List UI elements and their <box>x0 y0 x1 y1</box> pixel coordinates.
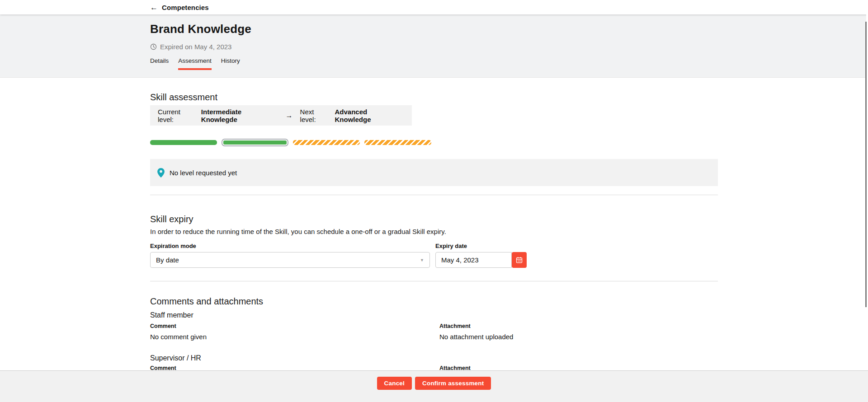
level-arrow-icon: → <box>286 112 293 120</box>
expiry-date-label: Expiry date <box>435 243 527 249</box>
expiration-mode-value: By date <box>156 256 179 264</box>
staff-attachment-value: No attachment uploaded <box>439 333 718 341</box>
current-level-summary: Current level: Intermediate Knowlegde → … <box>150 105 412 126</box>
tab-history[interactable]: History <box>221 57 240 70</box>
clock-icon <box>150 43 157 50</box>
expiration-mode-label: Expiration mode <box>150 243 430 249</box>
scrollbar-thumb[interactable] <box>865 22 867 307</box>
next-level-value: Advanced Knowledge <box>335 108 404 123</box>
skill-expiry-description: In order to reduce the running time of t… <box>150 228 718 235</box>
level-bar-current <box>222 139 288 146</box>
expired-status: Expired on May 4, 2023 <box>150 43 868 51</box>
back-label: Competencies <box>162 4 209 11</box>
section-divider <box>150 195 718 195</box>
calendar-icon <box>515 256 523 264</box>
level-bars <box>150 139 718 146</box>
supervisor-hr-title: Supervisor / HR <box>150 354 718 362</box>
page-header: Brand Knowledge Expired on May 4, 2023 D… <box>0 14 868 78</box>
expiration-mode-field: Expiration mode By date ▼ <box>150 243 430 268</box>
expiry-date-field: Expiry date <box>435 243 527 268</box>
expiration-mode-select[interactable]: By date ▼ <box>150 252 430 268</box>
expiry-form: Expiration mode By date ▼ Expiry date <box>150 243 718 268</box>
staff-comment-label: Comment <box>150 323 439 329</box>
main-content: Skill assessment Current level: Intermed… <box>150 92 718 371</box>
staff-comment-value: No comment given <box>150 333 439 341</box>
expired-text: Expired on May 4, 2023 <box>160 43 231 51</box>
no-level-requested-text: No level requested yet <box>170 169 237 177</box>
level-bar-upcoming <box>293 140 360 145</box>
staff-member-title: Staff member <box>150 311 718 319</box>
calendar-button[interactable] <box>512 252 527 268</box>
location-pin-icon <box>157 168 165 178</box>
level-bar-achieved <box>150 140 217 145</box>
page-title: Brand Knowledge <box>150 14 868 36</box>
top-bar: ← Competencies <box>0 0 868 14</box>
tab-assessment[interactable]: Assessment <box>178 57 212 70</box>
confirm-assessment-button[interactable]: Confirm assessment <box>415 377 491 390</box>
tab-details[interactable]: Details <box>150 57 169 70</box>
expiry-date-input[interactable] <box>435 252 512 268</box>
back-to-competencies-link[interactable]: ← Competencies <box>150 4 209 11</box>
action-bar: Cancel Confirm assessment <box>0 370 868 402</box>
next-level-label: Next level: <box>300 108 331 123</box>
tab-bar: DetailsAssessmentHistory <box>150 57 868 70</box>
section-divider <box>150 281 718 281</box>
comments-attachments-title: Comments and attachments <box>150 296 718 307</box>
staff-attachment-label: Attachment <box>439 323 718 329</box>
level-bar-upcoming <box>364 140 431 145</box>
no-level-requested-banner: No level requested yet <box>150 159 718 186</box>
chevron-down-icon: ▼ <box>420 258 424 262</box>
back-arrow-icon: ← <box>150 4 158 11</box>
skill-assessment-title: Skill assessment <box>150 92 718 103</box>
current-level-value: Intermediate Knowlegde <box>201 108 278 123</box>
skill-expiry-title: Skill expiry <box>150 214 718 224</box>
cancel-button[interactable]: Cancel <box>377 377 412 390</box>
current-level-label: Current level: <box>158 108 198 123</box>
